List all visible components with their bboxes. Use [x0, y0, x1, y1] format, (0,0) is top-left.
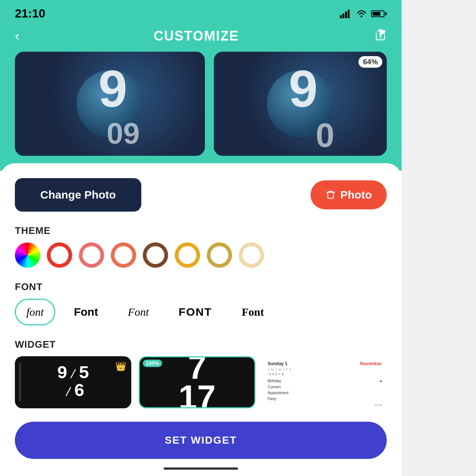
svg-rect-0: [340, 15, 342, 18]
svg-point-4: [361, 15, 363, 17]
widget-calendar[interactable]: Sunday 1 November SMTWTFS 45678 Birthday…: [263, 356, 387, 408]
status-time: 21:10: [15, 7, 45, 20]
theme-red[interactable]: [47, 242, 72, 268]
preview-number-large-2: 9: [289, 63, 318, 115]
battery-icon: [371, 10, 387, 17]
theme-salmon[interactable]: [79, 242, 104, 268]
font-options: font Font Font FONT Font: [15, 299, 387, 325]
font-option-uppercase[interactable]: FONT: [167, 299, 223, 325]
theme-gold[interactable]: [207, 242, 232, 268]
cal-days: 45678: [268, 373, 382, 376]
font-gothic-label: Font: [242, 306, 264, 318]
font-option-bold-sans[interactable]: Font: [63, 299, 109, 325]
crown-icon: 👑: [115, 361, 126, 372]
signal-icon: [340, 9, 352, 18]
content-area: Change Photo Photo THEME: [0, 163, 402, 461]
home-bar: [164, 467, 238, 470]
header-title: CUSTOMIZE: [154, 28, 239, 44]
back-button[interactable]: ‹: [15, 28, 19, 44]
home-indicator: [0, 461, 402, 476]
widget-section: WIDGET 👑 9 ⁄ 5 ⁄ 6: [15, 339, 387, 408]
font-script-label: font: [26, 306, 44, 318]
preview-card-1: 9 09 64%: [15, 52, 205, 156]
svg-rect-3: [348, 10, 350, 18]
cal-month: November: [360, 361, 382, 366]
widget-percentage: 100%: [143, 360, 162, 367]
set-widget-button[interactable]: SET WIDGET: [15, 422, 387, 459]
cal-events: Birthday ● Concert Appointment Party: [268, 378, 382, 402]
preview-number-large-1: 9: [98, 63, 127, 115]
theme-rainbow[interactable]: [15, 242, 40, 268]
preview-area: 9 09 64% 9 0 64%: [0, 52, 402, 171]
font-option-gothic[interactable]: Font: [231, 299, 275, 325]
widget-clock[interactable]: 👑 9 ⁄ 5 ⁄ 6: [15, 356, 131, 408]
header: ‹ CUSTOMIZE: [0, 24, 402, 52]
widget-options: 👑 9 ⁄ 5 ⁄ 6 100%: [15, 356, 387, 408]
theme-cream[interactable]: [239, 242, 264, 268]
font-italic-label: Font: [128, 306, 149, 318]
widget-digital[interactable]: 100% 7 17: [139, 356, 255, 408]
theme-brown[interactable]: [143, 242, 168, 268]
preview-card-2: 9 0 64%: [214, 52, 387, 156]
font-option-script[interactable]: font: [15, 299, 55, 325]
preview-number-small-1: 09: [107, 119, 140, 148]
trash-icon: [325, 190, 336, 200]
theme-circles: [15, 242, 387, 268]
cal-header: Sunday 1 November: [268, 361, 382, 366]
theme-label: THEME: [15, 225, 387, 237]
status-icons: [340, 9, 387, 18]
widget-digital-numbers: 7 17: [178, 356, 216, 408]
action-row: Change Photo Photo: [15, 178, 387, 212]
photo-button-label: Photo: [340, 189, 372, 201]
font-label: FONT: [15, 281, 387, 293]
font-upper-label: FONT: [178, 306, 212, 318]
preview-number-small-2: 0: [316, 119, 334, 152]
theme-yellow[interactable]: [175, 242, 200, 268]
preview-badge-2: 64%: [358, 56, 382, 68]
cal-more-dates: 29 36: [268, 403, 382, 407]
font-bold-label: Font: [74, 306, 98, 318]
svg-rect-1: [342, 13, 344, 18]
change-photo-button[interactable]: Change Photo: [15, 178, 141, 212]
status-bar: 21:10: [0, 0, 402, 24]
theme-orange[interactable]: [111, 242, 136, 268]
font-section: FONT font Font Font FONT Font: [15, 281, 387, 325]
theme-section: THEME: [15, 225, 387, 268]
widget-clock-numbers: 9 ⁄ 5 ⁄ 6: [57, 364, 89, 400]
photo-delete-button[interactable]: Photo: [311, 180, 387, 209]
svg-rect-2: [345, 12, 347, 18]
phone-frame: 21:10: [0, 0, 402, 476]
wifi-icon: [356, 9, 367, 18]
cal-weekdays: SMTWTFS: [268, 368, 382, 371]
cal-day: Sunday 1: [268, 361, 287, 366]
widget-label: WIDGET: [15, 339, 387, 350]
font-option-italic[interactable]: Font: [117, 299, 160, 325]
share-button[interactable]: [373, 28, 387, 44]
